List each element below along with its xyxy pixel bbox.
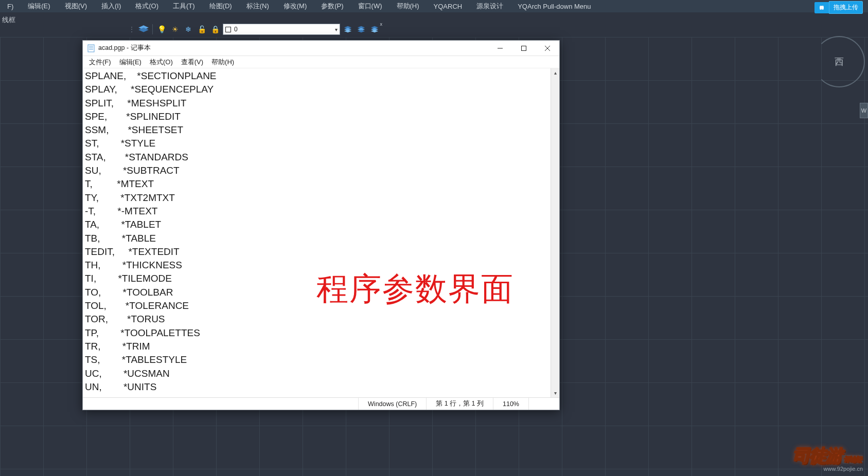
cloud-icon[interactable]: [814, 2, 829, 13]
chevron-down-icon: ▾: [335, 27, 338, 32]
menu-dimension[interactable]: 标注(N): [239, 0, 276, 12]
toolbar-separator: [152, 24, 153, 34]
status-cursor-position: 第 1 行，第 1 列: [426, 398, 493, 410]
svg-point-1: [822, 7, 824, 8]
svg-rect-8: [522, 46, 526, 50]
minimize-button[interactable]: [488, 41, 512, 56]
navbar-handle[interactable]: W: [860, 103, 868, 118]
layer-color-swatch: [225, 27, 231, 32]
notepad-text-area[interactable]: SPLANE, *SECTIONPLANE SPLAY, *SEQUENCEPL…: [83, 68, 551, 397]
menu-yuanquan[interactable]: 源泉设计: [469, 0, 510, 12]
menu-window[interactable]: 窗口(W): [351, 0, 389, 12]
maximize-button[interactable]: [512, 41, 536, 56]
scroll-down-icon[interactable]: ▾: [551, 389, 559, 397]
layer-lock-icon[interactable]: 🔒: [209, 24, 221, 35]
notepad-menubar: 文件(F) 编辑(E) 格式(O) 查看(V) 帮助(H): [83, 56, 559, 68]
layer-freeze-icon[interactable]: ☀: [169, 24, 181, 35]
layer-properties-icon[interactable]: [138, 24, 149, 35]
notepad-statusbar: Windows (CRLF) 第 1 行，第 1 列 110%: [83, 397, 559, 410]
menu-modify[interactable]: 修改(M): [276, 0, 314, 12]
svg-point-0: [820, 7, 821, 8]
vertical-scrollbar[interactable]: ▴ ▾: [551, 68, 559, 397]
status-zoom: 110%: [493, 398, 528, 410]
scroll-track[interactable]: [551, 77, 559, 389]
np-menu-help[interactable]: 帮助(H): [207, 57, 238, 68]
logo-main-text: 司徒游: [792, 446, 842, 465]
close-button[interactable]: [536, 41, 559, 56]
menu-draw[interactable]: 绘图(D): [202, 0, 239, 12]
notepad-titlebar[interactable]: acad.pgp - 记事本: [83, 41, 559, 56]
notepad-title: acad.pgp - 记事本: [98, 44, 488, 52]
menu-yqarch[interactable]: YQARCH: [427, 1, 470, 12]
watermark-logo: 司徒游评论坛 www.92pojie.cn: [792, 444, 863, 472]
layer-previous-icon[interactable]: [356, 24, 367, 35]
layer-name: 0: [234, 26, 238, 33]
upload-badge[interactable]: 拖拽上传: [814, 1, 863, 14]
np-menu-format[interactable]: 格式(O): [146, 57, 177, 68]
toolbar-grip-icon[interactable]: ⋮: [129, 26, 135, 33]
layer-toolbar: ⋮ 💡 ☀ ❄ 🔓 🔒 0 ▾: [129, 24, 380, 35]
scroll-up-icon[interactable]: ▴: [551, 68, 559, 77]
menu-help[interactable]: 帮助(H): [389, 0, 427, 12]
np-menu-file[interactable]: 文件(F): [85, 57, 115, 68]
layer-state-icon[interactable]: [369, 24, 380, 35]
menu-format[interactable]: 格式(O): [128, 0, 166, 12]
np-menu-edit[interactable]: 编辑(E): [115, 57, 146, 68]
svg-point-2: [821, 6, 823, 7]
layer-vpfreeze-icon[interactable]: ❄: [183, 24, 194, 35]
logo-tail-text: 评论坛: [842, 455, 863, 464]
viewcube[interactable]: 西: [813, 36, 865, 87]
menu-yqarch-pulldown[interactable]: YQArch Pull-down Menu: [510, 1, 598, 12]
status-encoding: Windows (CRLF): [358, 398, 426, 410]
menu-parametric[interactable]: 参数(P): [314, 0, 350, 12]
layer-dropdown[interactable]: 0 ▾: [223, 24, 340, 35]
layer-unlock-icon[interactable]: 🔓: [196, 24, 207, 35]
menu-file-fragment[interactable]: F): [0, 1, 21, 12]
menu-edit[interactable]: 编辑(E): [21, 0, 57, 12]
cad-main-menubar: F) 编辑(E) 视图(V) 插入(I) 格式(O) 工具(T) 绘图(D) 标…: [0, 0, 868, 12]
menu-view[interactable]: 视图(V): [58, 0, 94, 12]
viewcube-face-label: 西: [835, 56, 844, 68]
visual-style-label[interactable]: 线框: [0, 14, 17, 26]
notepad-icon: [87, 44, 95, 52]
layer-make-current-icon[interactable]: [342, 24, 353, 35]
menu-tools[interactable]: 工具(T): [166, 0, 202, 12]
layer-on-icon[interactable]: 💡: [156, 24, 167, 35]
menu-insert[interactable]: 插入(I): [94, 0, 128, 12]
drag-upload-label[interactable]: 拖拽上传: [829, 1, 863, 14]
np-menu-view[interactable]: 查看(V): [177, 57, 207, 68]
notepad-window: acad.pgp - 记事本 文件(F) 编辑(E) 格式(O) 查看(V) 帮…: [82, 40, 560, 410]
svg-rect-3: [88, 45, 94, 52]
